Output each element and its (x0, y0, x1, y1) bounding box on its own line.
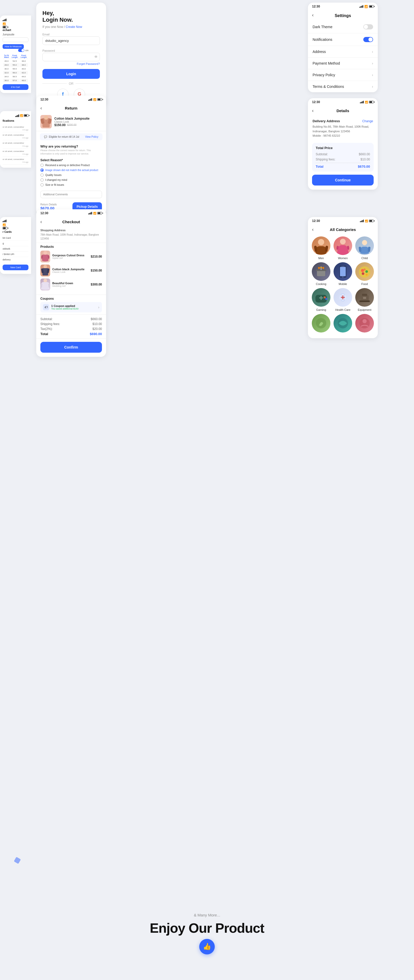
delivery-address-section: Delivery Address Change Building No.66, … (308, 116, 378, 141)
coupon-chevron-icon: › (98, 305, 99, 309)
reason-option-5[interactable]: Size or fit issues (40, 183, 102, 186)
product-1-thumb (40, 251, 50, 262)
radio-dot-2 (42, 170, 43, 171)
settings-status-bar: 12:30 📶 (308, 3, 378, 9)
category-more-2[interactable] (333, 314, 352, 334)
login-subtitle: If you one Now / Create Now (42, 25, 100, 29)
category-men-thumb (312, 236, 331, 255)
password-toggle-icon[interactable]: 👁 (94, 55, 98, 59)
settings-title: Settings (334, 13, 351, 18)
size-row: 26.054.536.0 (3, 59, 28, 63)
category-more-1[interactable] (312, 314, 331, 334)
product-3-image (40, 278, 50, 290)
notifications-toggle[interactable] (363, 37, 373, 42)
or-divider: OR (42, 82, 100, 86)
col-header-waist: To FitWaist (3, 54, 10, 59)
price-divider (316, 163, 370, 163)
settings-terms[interactable]: Terms & Conditions › (308, 81, 378, 92)
checkout-products-section: Products Gorgeous Cutout Dress Stylist G… (36, 243, 106, 295)
category-mobile[interactable]: Mobile (333, 262, 352, 285)
more3-icon (355, 314, 374, 332)
category-women[interactable]: Women (333, 236, 352, 260)
size-chart-status: 📶 (3, 19, 29, 29)
payment-item-2[interactable]: g (3, 241, 29, 246)
payment-debit-card[interactable]: bit Card (3, 235, 29, 241)
svg-point-10 (318, 239, 324, 245)
category-child[interactable]: Child (355, 236, 374, 260)
add-to-cart-button[interactable]: d to Cart (3, 84, 29, 90)
dark-theme-label: Dark Theme (313, 25, 332, 29)
settings-privacy-policy[interactable]: Privacy Policy › (308, 69, 378, 81)
checkout-confirm-button[interactable]: Confirm (40, 342, 102, 353)
notif-item-4: or sit amet, consectetur 3 h ago (3, 149, 29, 157)
healthcare-icon (334, 288, 352, 307)
add-new-card-button[interactable]: New Card (3, 264, 29, 270)
categories-header: ‹ All Categories (308, 224, 378, 234)
category-more1-thumb (312, 314, 331, 332)
svg-rect-26 (341, 266, 344, 267)
settings-address[interactable]: Address › (308, 46, 378, 57)
reason-option-2[interactable]: Image shown did not match the actual pro… (40, 169, 102, 172)
payment-delivery[interactable]: delivery (3, 257, 29, 262)
thumbs-up-button[interactable]: 👍 (199, 939, 215, 955)
categories-card: 12:30 📶 ‹ All Categories (308, 217, 378, 338)
checkout-back-button[interactable]: ‹ (40, 219, 42, 224)
details-card: 12:30 📶 ‹ Details Delivery Address Chang… (308, 98, 378, 189)
eligible-row: 💬 Eligible for return till 14 Jul View P… (40, 133, 102, 140)
settings-back-button[interactable]: ‹ (312, 13, 313, 18)
size-chart-title: echart (3, 29, 29, 32)
password-group: Password 👁 (42, 49, 100, 61)
category-men[interactable]: Men (312, 236, 331, 260)
password-label: Password (42, 49, 100, 52)
reason-option-1[interactable]: Received a wrong or defective Product (40, 164, 102, 167)
svg-rect-16 (368, 247, 371, 252)
create-now-link[interactable]: Create Now (66, 25, 82, 29)
additional-comments-input[interactable] (40, 191, 102, 198)
payment-method-label: Payment Method (313, 61, 340, 65)
reason-option-3[interactable]: Quality Issues (40, 173, 102, 177)
settings-dark-theme[interactable]: Dark Theme (308, 21, 378, 33)
password-input[interactable] (42, 53, 100, 61)
login-button[interactable]: Login (42, 69, 100, 79)
how-to-measure-button[interactable]: How to Measure (3, 44, 24, 49)
return-product-image (40, 115, 52, 129)
category-more-3[interactable] (355, 314, 374, 334)
settings-notifications[interactable]: Notifications (308, 33, 378, 46)
category-equipment[interactable]: Equipment (355, 288, 374, 311)
dark-theme-toggle[interactable] (363, 24, 373, 29)
categories-back-button[interactable]: ‹ (312, 227, 313, 232)
categories-status-bar: 12:30 📶 (308, 217, 378, 224)
payment-bhim-upi[interactable]: / BHIM UPI (3, 251, 29, 257)
details-header: ‹ Details (308, 105, 378, 116)
svg-point-50 (363, 319, 367, 323)
continue-button[interactable]: Continue (312, 175, 374, 186)
payment-card: 📶 r Cards bit Card g obikwik / BHIM UPI … (0, 217, 31, 274)
settings-payment-method[interactable]: Payment Method › (308, 57, 378, 69)
category-gaming[interactable]: Gaming (312, 288, 331, 311)
category-cooking[interactable]: Cooking (312, 262, 331, 285)
forgot-password-link[interactable]: Forget Password? (42, 62, 100, 65)
return-product-row: Cotton black Jumpsuite Classic Look $150… (36, 112, 106, 131)
svg-point-25 (342, 276, 344, 278)
view-policy-link[interactable]: View Policy (85, 135, 98, 138)
svg-point-4 (43, 251, 47, 255)
details-back-button[interactable]: ‹ (312, 108, 313, 113)
svg-point-30 (364, 269, 366, 270)
payment-status-bar: 📶 (3, 220, 29, 229)
category-healthcare[interactable]: Health Care (333, 288, 352, 311)
coupons-section: Coupons 🏷 1 Coupon applied You saved add… (36, 295, 106, 315)
size-chart-input[interactable] (3, 37, 29, 42)
reason-option-4[interactable]: I changed my mind (40, 178, 102, 181)
unit-toggle[interactable] (18, 49, 24, 52)
change-address-button[interactable]: Change (362, 119, 373, 123)
svg-rect-46 (363, 297, 366, 299)
why-return-section: Why are you returning? Please choose the… (36, 142, 106, 156)
svg-point-32 (366, 274, 368, 276)
payment-mobikwik[interactable]: obikwik (3, 246, 29, 251)
return-back-button[interactable]: ‹ (40, 105, 42, 111)
svg-point-31 (362, 272, 364, 275)
category-healthcare-thumb (334, 288, 352, 307)
coupon-row[interactable]: 🏷 1 Coupon applied You saved additional … (40, 302, 102, 312)
category-food[interactable]: Food (355, 262, 374, 285)
email-input[interactable] (42, 37, 100, 45)
